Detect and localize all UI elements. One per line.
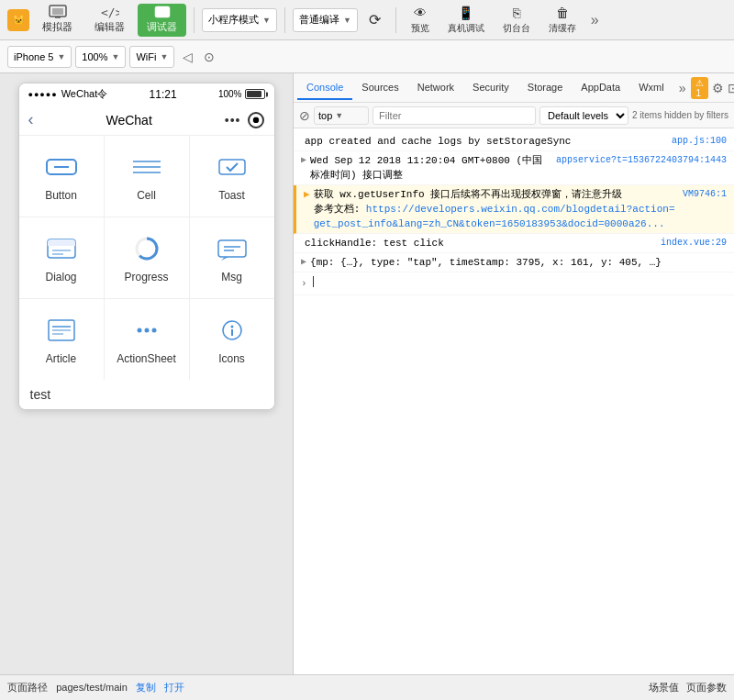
clear-console-icon[interactable]: ⊘ (299, 108, 310, 123)
svg-rect-5 (158, 9, 167, 11)
tab-network[interactable]: Network (408, 76, 463, 100)
component-cell-cell[interactable]: Cell (105, 136, 189, 217)
preview-btn[interactable]: 👁 预览 (404, 3, 437, 38)
console-file-link[interactable]: appservice?t=1536722403794:1443 (556, 153, 727, 168)
article-icon (45, 314, 78, 347)
component-grid: Button Cell (19, 136, 274, 380)
level-select[interactable]: Default levels (539, 106, 628, 125)
console-filter-input[interactable] (373, 106, 536, 125)
warning-link[interactable]: https://developers.weixin.qq.com/blogdet… (314, 204, 675, 229)
console-line: ▶ {mp: {…}, type: "tap", timeStamp: 3795… (294, 253, 734, 272)
tab-security[interactable]: Security (463, 76, 518, 100)
nav-back-btn[interactable]: ‹ (28, 110, 34, 129)
compile-btn[interactable]: ⟳ (361, 8, 388, 31)
console-file-link[interactable]: index.vue:29 (661, 236, 727, 250)
component-cell-toast[interactable]: Toast (190, 136, 274, 217)
compile-select[interactable]: 普通编译 ▼ (293, 8, 358, 32)
devtools-settings-icon[interactable]: ⚙ (712, 81, 724, 95)
editor-label: 编辑器 (95, 20, 125, 34)
cell-label: Cell (137, 189, 156, 202)
more-btn[interactable]: » (587, 12, 603, 28)
carrier-label: WeChat令 (61, 87, 108, 101)
msg-icon (216, 232, 249, 265)
battery-icon (245, 89, 265, 99)
context-select[interactable]: top ▼ (314, 106, 369, 125)
actionsheet-icon (130, 314, 163, 347)
test-text: test (19, 380, 274, 409)
warning-count-badge: ⚠ 1 (691, 77, 708, 99)
clear-cache-icon: 🗑 (556, 6, 569, 20)
svg-rect-1 (52, 8, 63, 15)
warning-icon: ▶ (304, 187, 310, 202)
cut-platform-btn[interactable]: ⎘ 切台台 (495, 3, 538, 38)
page-params-label: 页面参数 (686, 681, 727, 694)
console-file-link[interactable]: app.js:100 (672, 134, 727, 149)
component-cell-article[interactable]: Article (19, 299, 104, 380)
scene-label: 场景值 (649, 681, 679, 694)
svg-point-29 (144, 328, 149, 333)
component-cell-icons[interactable]: Icons (190, 299, 274, 380)
battery-percent: 100% (218, 89, 242, 99)
zoom-select[interactable]: 100% ▼ (75, 46, 126, 68)
component-cell-button[interactable]: Button (19, 136, 104, 217)
compile-select-value: 普通编译 (299, 13, 339, 27)
devtools-maximize-icon[interactable]: ⊡ (728, 81, 734, 95)
console-prompt: › (301, 276, 307, 291)
nav-dots-icon[interactable]: ••• (225, 113, 241, 128)
progress-label: Progress (124, 271, 168, 283)
console-file-link[interactable]: VM9746:1 (683, 187, 727, 202)
component-cell-msg[interactable]: Msg (190, 217, 274, 298)
bottom-path: 页面路径 pages/test/main 复制 打开 (7, 681, 641, 694)
tab-appdata[interactable]: AppData (572, 76, 629, 100)
debugger-icon (153, 6, 172, 18)
devtools-tabs: Console Sources Network Security Storage… (294, 73, 734, 103)
preview-label: 预览 (411, 22, 429, 35)
toolbar-separator-2 (284, 7, 285, 33)
component-cell-progress[interactable]: Progress (105, 217, 189, 298)
console-output: app created and cache logs by setStorage… (294, 128, 734, 674)
actionsheet-label: ActionSheet (117, 352, 176, 365)
avatar: 🐱 (7, 9, 29, 31)
tab-wxml[interactable]: Wxml (629, 76, 673, 100)
component-cell-actionsheet[interactable]: ActionSheet (105, 299, 189, 380)
console-cursor[interactable] (313, 276, 314, 287)
component-cell-dialog[interactable]: Dialog (19, 217, 104, 298)
console-text: app created and cache logs by setStorage… (305, 134, 664, 149)
tab-storage[interactable]: Storage (518, 76, 573, 100)
real-debug-btn[interactable]: 📱 真机调试 (440, 3, 492, 38)
svg-point-32 (230, 326, 233, 328)
svg-rect-6 (158, 12, 164, 14)
tab-console[interactable]: Console (297, 76, 352, 100)
devtools-panel: Console Sources Network Security Storage… (294, 73, 734, 674)
tab-sources[interactable]: Sources (352, 76, 407, 100)
copy-link[interactable]: 复制 (136, 682, 156, 693)
console-line: app created and cache logs by setStorage… (294, 132, 734, 151)
phone-status-bar: ●●●●● WeChat令 11:21 100% (19, 83, 274, 105)
console-line-warning: ▶ 获取 wx.getUserInfo 接口后续将不再出现授权弹窗，请注意升级 … (294, 185, 734, 234)
device-select[interactable]: iPhone 5 ▼ (7, 46, 72, 68)
debugger-btn[interactable]: 调试器 (138, 4, 186, 37)
expand-icon[interactable]: ▶ (301, 255, 306, 270)
toast-label: Toast (218, 189, 245, 202)
clear-cache-btn[interactable]: 🗑 清缓存 (541, 3, 584, 38)
editor-btn[interactable]: </> 编辑器 (85, 4, 134, 37)
svg-rect-12 (219, 160, 245, 174)
tabs-more-btn[interactable]: » (673, 77, 692, 99)
hidden-items-badge: 2 items hidden by filters (632, 110, 728, 120)
open-link[interactable]: 打开 (164, 682, 184, 693)
mode-select[interactable]: 小程序模式 ▼ (202, 8, 277, 32)
console-input-line: › (294, 272, 734, 295)
expand-icon[interactable]: ▶ (301, 153, 306, 168)
dialog-label: Dialog (45, 271, 76, 283)
record-icon[interactable]: ⊙ (200, 48, 218, 66)
console-line: ▶ Wed Sep 12 2018 11:20:04 GMT+0800 (中国标… (294, 151, 734, 185)
nav-record-btn[interactable]: ⏺ (248, 112, 264, 128)
svg-rect-20 (218, 240, 246, 257)
network-select[interactable]: WiFi ▼ (129, 46, 174, 68)
svg-rect-15 (48, 244, 75, 246)
back-icon[interactable]: ◁ (178, 48, 196, 66)
preview-icon: 👁 (414, 6, 427, 20)
simulator-btn[interactable]: 模拟器 (33, 4, 82, 37)
console-line: clickHandle: test click index.vue:29 (294, 234, 734, 253)
wechat-nav: ‹ WeChat ••• ⏺ (19, 105, 274, 136)
